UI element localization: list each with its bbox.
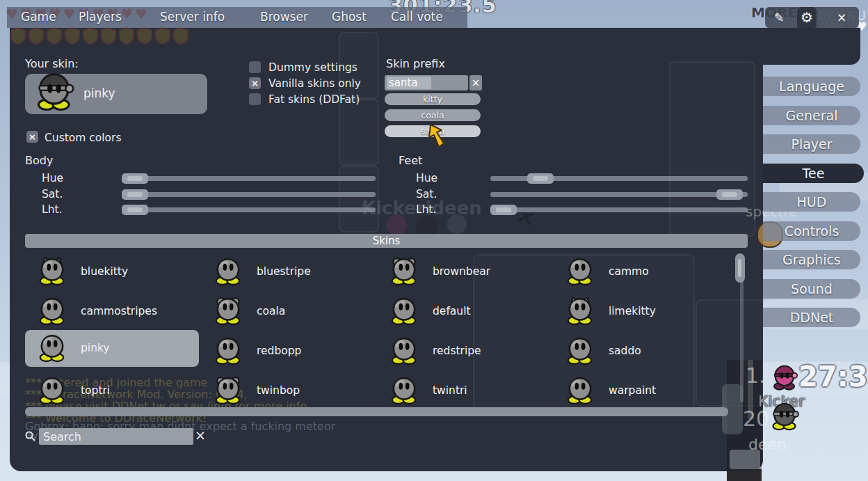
slider-handle-hue[interactable] <box>527 173 554 184</box>
menu-item-browser[interactable]: Browser <box>260 10 308 24</box>
checkbox-vanilla-skins-only[interactable]: × <box>249 77 261 89</box>
slider-handle-hue[interactable] <box>122 173 148 184</box>
skin-item-cammo[interactable]: cammo <box>553 253 727 290</box>
tee-icon <box>212 296 244 331</box>
tee-icon <box>36 296 68 331</box>
tee-icon <box>388 256 420 291</box>
tee-icon <box>36 256 68 291</box>
slider-handle-lht[interactable] <box>490 205 517 215</box>
tee-icon <box>212 256 244 291</box>
tab-controls[interactable]: Controls <box>763 221 860 241</box>
tab-sound[interactable]: Sound <box>763 279 860 299</box>
slider-handle-sat[interactable] <box>122 189 148 200</box>
slider-label: Lht. <box>42 203 62 216</box>
spectator-tee-dark <box>769 402 800 436</box>
skin-item-redbopp[interactable]: redbopp <box>201 333 375 370</box>
tee-icon <box>564 336 596 370</box>
slider-track[interactable] <box>122 192 376 197</box>
shield-icon <box>172 27 189 47</box>
shield-icon <box>28 27 45 47</box>
spectator-tee-pink <box>771 365 798 395</box>
window-controls: ✎⚙× <box>765 7 859 28</box>
body-section-label: Body <box>25 154 53 167</box>
slider-label: Hue <box>416 172 437 184</box>
slider-track[interactable] <box>122 176 376 181</box>
checkbox-fat-skins-ddfat-[interactable] <box>249 93 261 105</box>
tee-icon <box>564 375 596 410</box>
skin-name: pinky <box>81 342 110 354</box>
tab-tee[interactable]: Tee <box>763 164 864 183</box>
feet-section-label: Feet <box>399 154 422 167</box>
skin-item-twintri[interactable]: twintri <box>377 372 551 409</box>
skin-item-limekitty[interactable]: limekitty <box>553 293 727 330</box>
skin-item-default[interactable]: default <box>377 293 551 330</box>
tab-general[interactable]: General <box>763 106 860 125</box>
skin-name: redbopp <box>257 345 301 357</box>
skin-name: twintri <box>433 384 467 397</box>
menu-item-call-vote[interactable]: Call vote <box>391 10 443 24</box>
skin-item-cammostripes[interactable]: cammostripes <box>25 293 199 330</box>
skin-prefix-option-coala[interactable]: coala <box>385 109 481 121</box>
shield-icon <box>136 27 153 47</box>
edit-icon[interactable]: ✎ <box>769 8 789 26</box>
tee-icon <box>388 375 420 410</box>
shield-icon <box>100 27 117 47</box>
skin-item-saddo[interactable]: saddo <box>553 333 727 370</box>
skin-item-pinky[interactable]: pinky <box>25 330 199 367</box>
tab-graphics[interactable]: Graphics <box>763 250 860 269</box>
menu-item-server-info[interactable]: Server info <box>160 10 225 24</box>
skin-name: cammostripes <box>81 305 157 317</box>
settings-panel-top-right <box>763 28 860 65</box>
menu-item-players[interactable]: Players <box>79 10 122 24</box>
slider-label: Sat. <box>416 188 437 200</box>
checkbox-dummy-settings[interactable] <box>249 61 261 73</box>
skin-prefix-input[interactable]: santa <box>385 75 468 90</box>
slider-handle-lht[interactable] <box>122 205 148 215</box>
skin-name: limekitty <box>609 305 656 317</box>
skin-item-brownbear[interactable]: brownbear <box>377 253 551 290</box>
menu-item-game[interactable]: Game <box>21 10 56 24</box>
search-input[interactable] <box>39 428 193 445</box>
spectator-time: 27:37 <box>798 361 868 393</box>
skin-name: warpaint <box>609 384 656 397</box>
skin-item-bluestripe[interactable]: bluestripe <box>201 253 375 290</box>
map-tile <box>339 99 379 166</box>
close-icon[interactable]: × <box>832 8 851 26</box>
skin-item-warpaint[interactable]: warpaint <box>553 372 727 409</box>
tee-icon <box>36 375 68 410</box>
slider-track[interactable] <box>122 207 376 212</box>
shield-icon <box>10 27 26 47</box>
skin-name: bluestripe <box>257 265 311 278</box>
checkbox-label: Fat skins (DDFat) <box>268 93 360 106</box>
shield-icon <box>154 27 171 47</box>
settings-icon[interactable]: ⚙ <box>797 7 817 28</box>
tab-hud[interactable]: HUD <box>763 192 860 212</box>
skin-item-redstripe[interactable]: redstripe <box>377 333 551 370</box>
skin-name: redstripe <box>433 345 481 357</box>
checkbox-label: Dummy settings <box>268 61 357 74</box>
skins-horizontal-scrollbar[interactable] <box>25 407 728 416</box>
tab-ddnet[interactable]: DDNet <box>763 308 860 327</box>
search-icon <box>24 430 37 443</box>
clear-search-icon[interactable]: × <box>195 427 206 443</box>
shield-icon <box>46 27 63 47</box>
current-skin-name: pinky <box>83 86 115 100</box>
shield-icon <box>82 27 99 47</box>
slider-handle-sat[interactable] <box>716 189 743 200</box>
menu-item-ghost[interactable]: Ghost <box>332 10 367 24</box>
tee-icon <box>212 375 244 410</box>
skin-prefix-option-kitty[interactable]: kitty <box>385 93 481 105</box>
tab-language[interactable]: Language <box>763 77 860 96</box>
skins-scrollbar-thumb[interactable] <box>735 253 745 283</box>
slider-track[interactable] <box>490 207 748 212</box>
tab-player[interactable]: Player <box>763 134 860 154</box>
tee-icon <box>564 256 596 291</box>
slider-track[interactable] <box>490 192 748 197</box>
clear-icon[interactable]: × <box>469 75 482 90</box>
custom-colors-checkbox[interactable]: × <box>26 131 38 143</box>
skin-item-coala[interactable]: coala <box>201 293 375 330</box>
skin-item-twinbop[interactable]: twinbop <box>201 372 375 409</box>
skin-item-toptri[interactable]: toptri <box>25 372 199 409</box>
skin-name: cammo <box>609 265 649 278</box>
skin-item-bluekitty[interactable]: bluekitty <box>25 253 199 290</box>
